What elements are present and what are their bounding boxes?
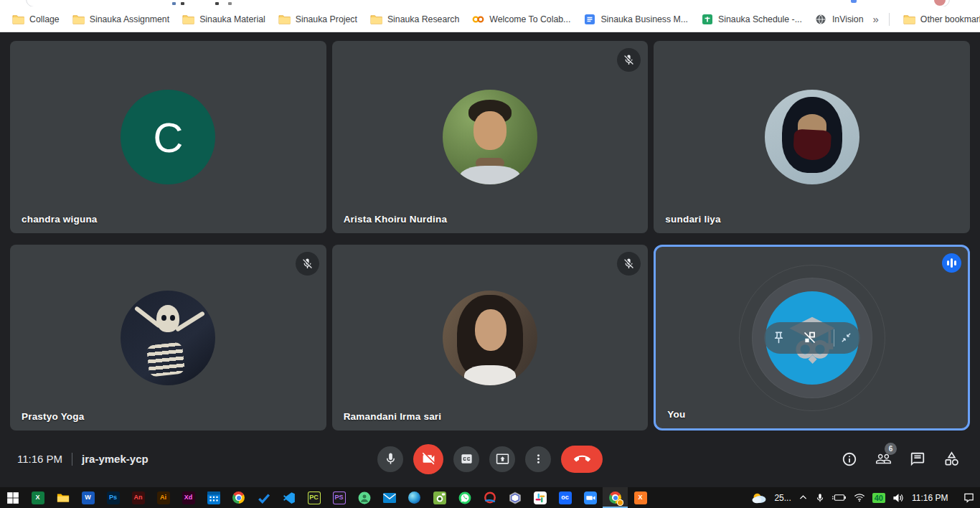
avatar bbox=[443, 291, 537, 385]
call-controls bbox=[377, 444, 603, 474]
people-icon[interactable]: 6 bbox=[875, 451, 892, 467]
bookmark-sinauka-material[interactable]: Sinauka Material bbox=[176, 11, 272, 27]
bookmark-label: Collage bbox=[29, 14, 60, 24]
start-icon[interactable] bbox=[0, 487, 25, 508]
present-button[interactable] bbox=[489, 446, 515, 472]
volume-icon[interactable] bbox=[892, 493, 905, 503]
windows-taskbar: XWPsAnAiXdPCPSocX 25... 40 11:16 PM bbox=[0, 487, 980, 508]
tray-microphone-icon[interactable] bbox=[815, 493, 825, 503]
edge-icon[interactable] bbox=[402, 487, 427, 508]
xampp-icon[interactable]: X bbox=[628, 487, 653, 508]
avatar bbox=[443, 90, 537, 184]
participant-name: Arista Khoiru Nurdina bbox=[344, 214, 447, 225]
bookmark-sinauka-research[interactable]: Sinauka Research bbox=[364, 11, 466, 27]
audio-indicator-icon bbox=[942, 253, 961, 273]
bookmark-label: Sinauka Business M... bbox=[600, 14, 688, 24]
chrome-active-icon[interactable] bbox=[603, 487, 628, 508]
tile-you[interactable]: You bbox=[654, 245, 970, 431]
pycharm-glyph: PC bbox=[308, 491, 321, 504]
illustrator-icon[interactable]: Ai bbox=[151, 487, 176, 508]
meeting-details-icon[interactable] bbox=[842, 451, 857, 467]
taskbar-clock[interactable]: 11:16 PM bbox=[912, 493, 952, 503]
unpin-crossed-icon[interactable] bbox=[802, 330, 817, 345]
omnibox-text-fragment bbox=[181, 2, 184, 5]
chat-icon[interactable] bbox=[910, 451, 925, 467]
phpstorm-icon[interactable]: PS bbox=[326, 487, 352, 508]
tile-ramandani-irma-sari[interactable]: Ramandani Irma sari bbox=[332, 245, 649, 431]
tile-sundari-liya[interactable]: sundari liya bbox=[654, 41, 970, 233]
animate-icon[interactable]: An bbox=[126, 487, 151, 508]
bookmarks-overflow-chevron-icon[interactable]: » bbox=[870, 13, 881, 25]
meet-bottom-bar: 11:16 PM jra-ymek-ycp bbox=[0, 431, 980, 487]
google-meet-page: C chandra wiguna Arista Khoiru Nurdina s… bbox=[0, 32, 980, 487]
oc-app-glyph: oc bbox=[559, 491, 572, 504]
bookmark-collage[interactable]: Collage bbox=[6, 11, 66, 27]
oc-app-icon[interactable]: oc bbox=[552, 487, 578, 508]
avatar bbox=[121, 291, 215, 385]
folder-icon bbox=[903, 14, 915, 24]
more-options-button[interactable] bbox=[525, 446, 551, 472]
hexagon-app-icon[interactable] bbox=[502, 487, 527, 508]
tile-prastyo-yoga[interactable]: Prastyo Yoga bbox=[10, 245, 326, 431]
bookmark-sinauka-business-m[interactable]: Sinauka Business M... bbox=[577, 11, 694, 27]
action-center-icon[interactable] bbox=[959, 492, 974, 503]
todo-check-icon[interactable] bbox=[251, 487, 276, 508]
chevron-up-icon[interactable] bbox=[798, 493, 808, 502]
vscode-icon[interactable] bbox=[276, 487, 301, 508]
battery-charging-icon[interactable] bbox=[832, 493, 847, 502]
folder-icon bbox=[72, 14, 85, 24]
mic-muted-icon bbox=[617, 48, 641, 72]
weather-icon[interactable] bbox=[751, 492, 767, 504]
participant-name: sundari liya bbox=[665, 214, 720, 225]
minimize-icon[interactable] bbox=[840, 331, 852, 344]
bookmark-sinauka-schedule[interactable]: Sinauka Schedule -... bbox=[694, 11, 809, 27]
wifi-icon[interactable] bbox=[854, 493, 865, 502]
screen-recorder-icon[interactable] bbox=[427, 487, 452, 508]
end-call-button[interactable] bbox=[561, 446, 603, 473]
other-bookmarks-button[interactable]: Other bookmarks bbox=[897, 11, 980, 27]
mic-button[interactable] bbox=[377, 446, 403, 472]
tile-chandra-wiguna[interactable]: C chandra wiguna bbox=[10, 41, 326, 233]
bookmark-sinauka-assignment[interactable]: Sinauka Assignment bbox=[66, 11, 176, 27]
word-icon[interactable]: W bbox=[75, 487, 100, 508]
file-explorer-icon[interactable] bbox=[50, 487, 75, 508]
photoshop-icon[interactable]: Ps bbox=[100, 487, 126, 508]
calendar-icon[interactable] bbox=[201, 487, 226, 508]
people-count-badge: 6 bbox=[885, 443, 897, 455]
bookmark-label: Sinauka Assignment bbox=[90, 14, 169, 24]
whatsapp-icon[interactable] bbox=[452, 487, 477, 508]
adobe-xd-glyph: Xd bbox=[182, 491, 195, 504]
bookmark-list: CollageSinauka AssignmentSinauka Materia… bbox=[6, 11, 870, 27]
meeting-clock: 11:16 PM bbox=[17, 453, 62, 465]
pycharm-icon[interactable]: PC bbox=[301, 487, 326, 508]
tile-arista-khoiru-nurdina[interactable]: Arista Khoiru Nurdina bbox=[332, 41, 649, 233]
captions-button[interactable] bbox=[453, 446, 479, 472]
bookmark-label: Sinauka Project bbox=[296, 14, 357, 24]
photoshop-glyph: Ps bbox=[107, 491, 120, 504]
illustrator-glyph: Ai bbox=[157, 491, 170, 504]
camera-off-button[interactable] bbox=[413, 444, 443, 474]
folder-icon bbox=[278, 14, 291, 24]
animate-glyph: An bbox=[132, 491, 145, 504]
bookmark-invision[interactable]: InVision bbox=[809, 11, 870, 27]
red-swoosh-app-icon[interactable] bbox=[477, 487, 502, 508]
activities-icon[interactable] bbox=[943, 451, 960, 467]
mail-icon[interactable] bbox=[377, 487, 402, 508]
adobe-xd-icon[interactable]: Xd bbox=[176, 487, 201, 508]
chrome-icon[interactable] bbox=[226, 487, 251, 508]
bookmark-sinauka-project[interactable]: Sinauka Project bbox=[272, 11, 364, 27]
battery-percent-badge[interactable]: 40 bbox=[872, 493, 885, 503]
meeting-code: jra-ymek-ycp bbox=[82, 453, 149, 465]
divider bbox=[72, 453, 72, 466]
profile-badge-icon bbox=[617, 499, 623, 506]
xampp-glyph: X bbox=[634, 491, 647, 504]
slack-icon[interactable] bbox=[527, 487, 552, 508]
bookmark-welcome-to-colab[interactable]: Welcome To Colab... bbox=[466, 11, 577, 27]
zoom-icon[interactable] bbox=[578, 487, 603, 508]
omnibox-text-fragment bbox=[228, 2, 232, 5]
pin-icon[interactable] bbox=[772, 331, 786, 344]
android-app-icon[interactable] bbox=[352, 487, 377, 508]
excel-icon[interactable]: X bbox=[25, 487, 50, 508]
participant-name: Prastyo Yoga bbox=[22, 411, 84, 422]
weather-temp[interactable]: 25... bbox=[774, 493, 791, 503]
